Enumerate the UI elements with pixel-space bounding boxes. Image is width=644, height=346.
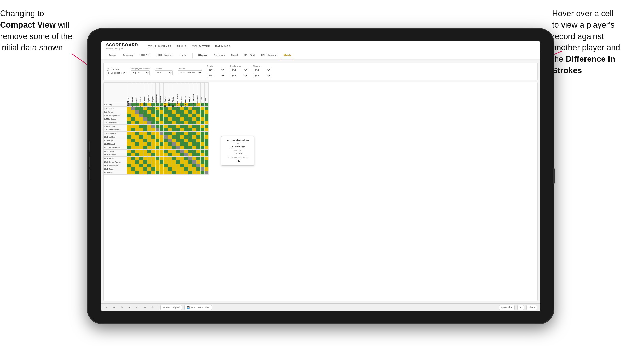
cell[interactable] xyxy=(184,142,188,146)
cell[interactable] xyxy=(139,142,143,146)
region-select2[interactable]: N/A xyxy=(207,73,225,78)
cell[interactable] xyxy=(139,135,143,139)
cell[interactable] xyxy=(151,167,156,171)
cell[interactable] xyxy=(184,160,188,164)
redo-button1[interactable]: ↪ xyxy=(112,306,117,309)
cell[interactable] xyxy=(164,153,168,157)
cell[interactable] xyxy=(205,132,209,135)
cell[interactable] xyxy=(168,114,172,117)
cell[interactable] xyxy=(196,139,201,142)
cell[interactable] xyxy=(192,125,196,128)
cell[interactable] xyxy=(127,171,131,175)
cell[interactable] xyxy=(192,114,196,117)
nav-committee[interactable]: COMMITTEE xyxy=(192,45,210,48)
cell[interactable] xyxy=(131,153,135,157)
cell[interactable] xyxy=(156,139,160,142)
cell[interactable] xyxy=(147,146,151,150)
cell[interactable] xyxy=(147,171,151,175)
cell[interactable] xyxy=(131,142,135,146)
cell[interactable] xyxy=(127,132,131,135)
cell[interactable] xyxy=(160,157,164,160)
cell[interactable] xyxy=(164,139,168,142)
cell[interactable] xyxy=(131,171,135,175)
cell[interactable] xyxy=(201,164,205,167)
cell[interactable] xyxy=(151,128,156,132)
cell[interactable] xyxy=(205,121,209,125)
cell[interactable] xyxy=(127,139,131,142)
cell[interactable] xyxy=(188,150,192,153)
cell[interactable] xyxy=(131,164,135,167)
cell[interactable] xyxy=(180,146,184,150)
cell[interactable] xyxy=(180,139,184,142)
cell[interactable] xyxy=(168,157,172,160)
cell[interactable] xyxy=(143,139,147,142)
cell[interactable] xyxy=(151,164,156,167)
cell[interactable] xyxy=(196,164,201,167)
cell[interactable] xyxy=(184,157,188,160)
cell[interactable] xyxy=(127,135,131,139)
cell[interactable] xyxy=(196,157,201,160)
cell[interactable] xyxy=(205,167,209,171)
cell[interactable] xyxy=(127,146,131,150)
conference-select[interactable]: (All) xyxy=(230,68,248,72)
cell[interactable] xyxy=(192,171,196,175)
cell[interactable] xyxy=(196,117,201,121)
gender-select[interactable]: Men's xyxy=(155,70,173,75)
cell[interactable] xyxy=(168,146,172,150)
compact-view-radio[interactable] xyxy=(107,72,109,74)
cell[interactable] xyxy=(143,142,147,146)
cell[interactable] xyxy=(156,164,160,167)
cell[interactable] xyxy=(160,146,164,150)
cell[interactable] xyxy=(196,146,201,150)
cell[interactable] xyxy=(160,171,164,175)
cell[interactable] xyxy=(139,157,143,160)
cell[interactable] xyxy=(143,146,147,150)
cell[interactable] xyxy=(188,117,192,121)
tab-teams[interactable]: Teams xyxy=(106,52,119,59)
cell[interactable] xyxy=(151,135,156,139)
cell[interactable] xyxy=(147,117,151,121)
compact-view-option[interactable]: Compact View xyxy=(107,72,125,74)
zoom-out-button[interactable]: ⊖ xyxy=(142,306,147,309)
cell[interactable] xyxy=(151,157,156,160)
cell[interactable] xyxy=(147,132,151,135)
cell[interactable] xyxy=(160,135,164,139)
cell[interactable] xyxy=(156,153,160,157)
cell[interactable] xyxy=(205,150,209,153)
cell[interactable] xyxy=(201,125,205,128)
cell[interactable] xyxy=(164,125,168,128)
cell[interactable] xyxy=(192,153,196,157)
cell[interactable] xyxy=(135,157,139,160)
cell[interactable] xyxy=(131,139,135,142)
save-custom-button[interactable]: 💾 Save Custom View xyxy=(184,305,212,310)
cell[interactable] xyxy=(131,114,135,117)
cell[interactable] xyxy=(180,142,184,146)
cell[interactable] xyxy=(180,132,184,135)
cell[interactable] xyxy=(192,167,196,171)
cell[interactable] xyxy=(151,139,156,142)
cell[interactable] xyxy=(176,171,180,175)
cell[interactable] xyxy=(184,167,188,171)
cell[interactable] xyxy=(201,171,205,175)
cell[interactable] xyxy=(201,160,205,164)
cell[interactable] xyxy=(192,117,196,121)
cell[interactable] xyxy=(205,139,209,142)
cell[interactable] xyxy=(180,114,184,117)
cell[interactable] xyxy=(139,114,143,117)
cell[interactable] xyxy=(192,164,196,167)
cell[interactable] xyxy=(164,167,168,171)
cell[interactable] xyxy=(135,167,139,171)
cell[interactable] xyxy=(139,132,143,135)
cell[interactable] xyxy=(139,128,143,132)
cell[interactable] xyxy=(160,142,164,146)
cell[interactable] xyxy=(135,121,139,125)
cell[interactable] xyxy=(172,164,176,167)
cell[interactable] xyxy=(184,150,188,153)
cell[interactable] xyxy=(184,171,188,175)
cell[interactable] xyxy=(168,160,172,164)
cell[interactable] xyxy=(135,142,139,146)
cell[interactable] xyxy=(168,135,172,139)
zoom-button[interactable]: ⊙ xyxy=(135,306,140,309)
cell[interactable] xyxy=(180,125,184,128)
tab-summary2[interactable]: Summary xyxy=(211,52,227,59)
